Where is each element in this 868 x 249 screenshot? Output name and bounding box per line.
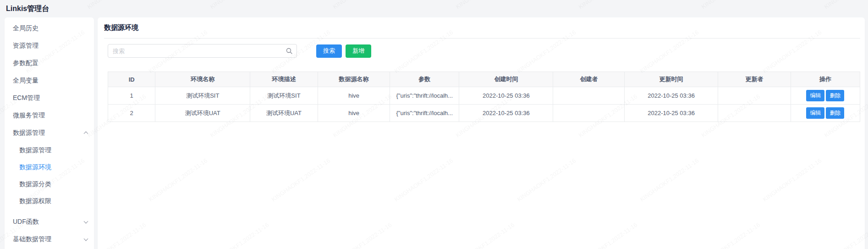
sidebar-item-resource-management[interactable]: 资源管理 — [5, 37, 94, 55]
col-header-creator: 创建者 — [553, 72, 625, 87]
topbar: Linkis管理台 — [0, 0, 868, 17]
sidebar-item-datasource-permission[interactable]: 数据源权限 — [5, 193, 94, 210]
cell-actions: 编辑删除 — [791, 105, 860, 122]
cell-env-desc: 测试环境UAT — [250, 105, 318, 122]
sidebar-item-global-variables[interactable]: 全局变量 — [5, 72, 94, 89]
cell-actions: 编辑删除 — [791, 87, 860, 105]
cell-update-time: 2022-10-25 03:36 — [625, 105, 718, 122]
cell-create-time: 2022-10-25 03:36 — [459, 105, 553, 122]
sidebar-item-datasource-management[interactable]: 数据源管理 — [5, 124, 94, 142]
chevron-up-icon — [84, 131, 88, 136]
sidebar-item-datasource-management-sub[interactable]: 数据源管理 — [5, 142, 94, 159]
table-row: 2 测试环境UAT 测试环境UAT hive {"uris":"thrift:/… — [108, 105, 860, 122]
cell-env-name: 测试环境SIT — [155, 87, 250, 105]
search-wrap — [108, 44, 297, 58]
table-header-row: ID 环境名称 环境描述 数据源名称 参数 创建时间 创建者 更新时间 更新者 … — [108, 72, 860, 87]
sidebar-item-datasource-category[interactable]: 数据源分类 — [5, 176, 94, 193]
edit-button[interactable]: 编辑 — [806, 90, 824, 101]
search-input[interactable] — [108, 44, 297, 58]
cell-env-desc: 测试环境SIT — [250, 87, 318, 105]
col-header-actions: 操作 — [791, 72, 860, 87]
cell-id: 2 — [108, 105, 155, 122]
sidebar: 全局历史 资源管理 参数配置 全局变量 ECM管理 微服务管理 数据源管理 数据… — [5, 17, 94, 249]
col-header-env-name: 环境名称 — [155, 72, 250, 87]
edit-button[interactable]: 编辑 — [806, 107, 824, 119]
col-header-updater: 更新者 — [718, 72, 791, 87]
table-row: 1 测试环境SIT 测试环境SIT hive {"uris":"thrift:/… — [108, 87, 860, 105]
sidebar-item-udf-functions[interactable]: UDF函数 — [5, 213, 94, 231]
search-icon — [286, 47, 293, 55]
cell-env-name: 测试环境UAT — [155, 105, 250, 122]
title-divider — [104, 38, 860, 39]
cell-create-time: 2022-10-25 03:36 — [459, 87, 553, 105]
cell-datasource-name: hive — [318, 87, 390, 105]
main-panel: 数据源环境 搜索 新增 ID 环境名称 环境描述 数据源名称 参数 创建时间 — [98, 17, 865, 249]
cell-creator — [553, 87, 625, 105]
add-button[interactable]: 新增 — [346, 44, 371, 58]
sidebar-item-global-history[interactable]: 全局历史 — [5, 20, 94, 37]
search-button[interactable]: 搜索 — [316, 44, 342, 58]
col-header-id: ID — [108, 72, 155, 87]
datasource-env-table: ID 环境名称 环境描述 数据源名称 参数 创建时间 创建者 更新时间 更新者 … — [108, 72, 860, 122]
sidebar-item-parameter-config[interactable]: 参数配置 — [5, 55, 94, 72]
col-header-datasource-name: 数据源名称 — [318, 72, 390, 87]
col-header-params: 参数 — [390, 72, 459, 87]
sidebar-item-basic-data-management[interactable]: 基础数据管理 — [5, 231, 94, 248]
cell-id: 1 — [108, 87, 155, 105]
page-title: 数据源环境 — [104, 23, 860, 32]
sidebar-item-ecm-management[interactable]: ECM管理 — [5, 89, 94, 107]
cell-update-time: 2022-10-25 03:36 — [625, 87, 718, 105]
sidebar-item-datasource-env[interactable]: 数据源环境 — [5, 159, 94, 176]
cell-params: {"uris":"thrift://localh... — [390, 105, 459, 122]
sidebar-item-microservice-management[interactable]: 微服务管理 — [5, 107, 94, 124]
cell-updater — [718, 105, 791, 122]
delete-button[interactable]: 删除 — [826, 90, 844, 101]
app-title: Linkis管理台 — [6, 4, 49, 14]
chevron-down-icon — [84, 237, 88, 241]
delete-button[interactable]: 删除 — [826, 107, 844, 119]
chevron-down-icon — [84, 219, 88, 224]
toolbar: 搜索 新增 — [104, 44, 860, 58]
col-header-env-desc: 环境描述 — [250, 72, 318, 87]
cell-datasource-name: hive — [318, 105, 390, 122]
col-header-update-time: 更新时间 — [625, 72, 718, 87]
cell-creator — [553, 105, 625, 122]
cell-updater — [718, 87, 791, 105]
col-header-create-time: 创建时间 — [459, 72, 553, 87]
cell-params: {"uris":"thrift://localh... — [390, 87, 459, 105]
